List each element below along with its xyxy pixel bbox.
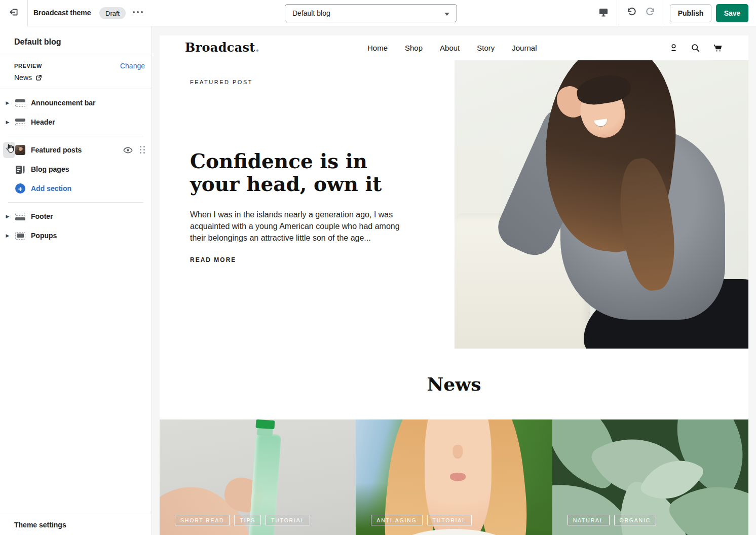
account-icon[interactable] (669, 43, 678, 53)
sidebar-item-popups[interactable]: ▶ Popups (0, 226, 152, 245)
chevron-right-icon[interactable]: ▶ (0, 214, 15, 219)
monitor-icon (598, 7, 609, 19)
status-badge: Draft (99, 7, 126, 19)
post-tags: SHORT READ TIPS TUTORIAL (175, 515, 310, 525)
sidebar-title: Default blog (0, 26, 152, 55)
chevron-right-icon[interactable]: ▶ (0, 233, 15, 238)
blog-post-card[interactable]: ANTI-AGING TUTORIAL (356, 419, 552, 535)
featured-post-excerpt: When I was in the islands nearly a gener… (190, 209, 417, 244)
sidebar-item-label: Blog pages (31, 165, 69, 173)
more-options-icon[interactable] (133, 11, 143, 13)
featured-posts-thumbnail-icon (15, 145, 25, 155)
nav-link-journal[interactable]: Journal (512, 44, 537, 52)
exit-editor-button[interactable] (0, 0, 28, 26)
visibility-eye-icon[interactable] (123, 145, 133, 155)
tag-badge[interactable]: TUTORIAL (266, 515, 310, 525)
blog-posts-grid: SHORT READ TIPS TUTORIAL ANTI-AGING TUTO… (160, 419, 748, 535)
site-logo[interactable]: Broadcast. (185, 40, 259, 55)
nav-link-shop[interactable]: Shop (405, 44, 423, 52)
sidebar-item-featured-posts[interactable]: ▶ Featured posts (0, 140, 152, 160)
post-tags: ANTI-AGING TUTORIAL (371, 515, 471, 525)
chevron-down-icon (444, 13, 449, 16)
theme-preview-canvas: Broadcast. Home Shop About Story Journal… (160, 35, 748, 535)
nav-link-about[interactable]: About (440, 44, 460, 52)
blog-post-card[interactable]: NATURAL ORGANIC (552, 419, 748, 535)
save-button[interactable]: Save (716, 4, 748, 22)
news-title: News (427, 373, 481, 395)
header-section-icon (15, 99, 25, 107)
sidebar-item-footer[interactable]: ▶ Footer (0, 207, 152, 226)
external-link-icon[interactable] (35, 74, 42, 81)
sidebar-item-label: Footer (31, 212, 53, 220)
sidebar-item-blog-pages[interactable]: Blog pages (0, 160, 152, 179)
search-icon[interactable] (691, 43, 700, 53)
post-tags: NATURAL ORGANIC (568, 515, 656, 525)
preview-page-name: News (14, 73, 32, 82)
nav-link-story[interactable]: Story (477, 44, 495, 52)
sidebar-item-label: Header (31, 118, 55, 126)
preview-block: PREVIEW Change News (0, 55, 152, 89)
featured-post-section: FEATURED POST Confidence is in your head… (160, 60, 748, 349)
tag-badge[interactable]: TIPS (234, 515, 261, 525)
blog-post-card[interactable]: SHORT READ TIPS TUTORIAL (160, 419, 356, 535)
undo-icon (626, 7, 637, 20)
desktop-preview-button[interactable] (594, 5, 613, 21)
editor-topbar: Broadcast theme Draft Default blog Publi… (0, 0, 756, 26)
tag-badge[interactable]: TUTORIAL (427, 515, 472, 525)
divider (8, 202, 143, 203)
header-section-icon (15, 119, 25, 126)
add-section-button[interactable]: + Add section (0, 179, 152, 198)
topbar-separator (617, 0, 617, 26)
site-nav: Home Shop About Story Journal (367, 35, 537, 60)
read-more-link[interactable]: READ MORE (190, 256, 428, 263)
site-header: Broadcast. Home Shop About Story Journal (160, 35, 748, 60)
footer-section-icon (15, 213, 25, 220)
nav-link-home[interactable]: Home (367, 44, 388, 52)
redo-button[interactable] (641, 5, 660, 21)
redo-icon (645, 7, 656, 20)
featured-post-image[interactable] (455, 60, 748, 349)
publish-button[interactable]: Publish (670, 4, 711, 22)
chevron-right-icon[interactable]: ▶ (0, 120, 15, 125)
sidebar-item-label: Popups (31, 232, 57, 240)
sidebar-item-label: Announcement bar (31, 99, 96, 107)
tag-badge[interactable]: ANTI-AGING (371, 515, 422, 525)
topbar-separator (662, 0, 662, 26)
cart-icon[interactable] (712, 43, 723, 53)
chevron-right-icon[interactable]: ▶ (0, 100, 15, 105)
featured-post-title[interactable]: Confidence is in your head, own it (190, 150, 413, 196)
preview-label: PREVIEW (14, 63, 137, 69)
page-selector-value: Default blog (292, 9, 330, 17)
drag-handle-icon[interactable] (140, 146, 145, 154)
plus-icon: + (15, 183, 25, 194)
sidebar-item-header[interactable]: ▶ Header (0, 112, 152, 132)
caret-hover-highlight (3, 142, 15, 158)
featured-post-eyebrow: FEATURED POST (190, 79, 428, 85)
news-section-header: News (160, 349, 748, 419)
logo-dot: . (255, 40, 260, 55)
page-selector-dropdown[interactable]: Default blog (285, 4, 457, 22)
divider (8, 136, 143, 136)
popups-section-icon (15, 232, 25, 240)
undo-button[interactable] (622, 5, 640, 21)
theme-settings-button[interactable]: Theme settings (0, 514, 152, 535)
tag-badge[interactable]: ORGANIC (614, 515, 657, 525)
theme-settings-label: Theme settings (14, 521, 66, 529)
tag-badge[interactable]: SHORT READ (175, 515, 230, 525)
exit-icon (9, 7, 19, 19)
theme-title: Broadcast theme (33, 9, 91, 17)
sections-sidebar: Default blog PREVIEW Change News ▶ Annou… (0, 26, 152, 535)
header-icons (669, 35, 723, 60)
tag-badge[interactable]: NATURAL (568, 515, 610, 525)
change-preview-link[interactable]: Change (120, 62, 145, 70)
sidebar-item-label: Featured posts (31, 146, 82, 154)
blog-pages-icon (15, 165, 25, 174)
sidebar-item-announcement-bar[interactable]: ▶ Announcement bar (0, 93, 152, 112)
add-section-label: Add section (31, 184, 71, 193)
